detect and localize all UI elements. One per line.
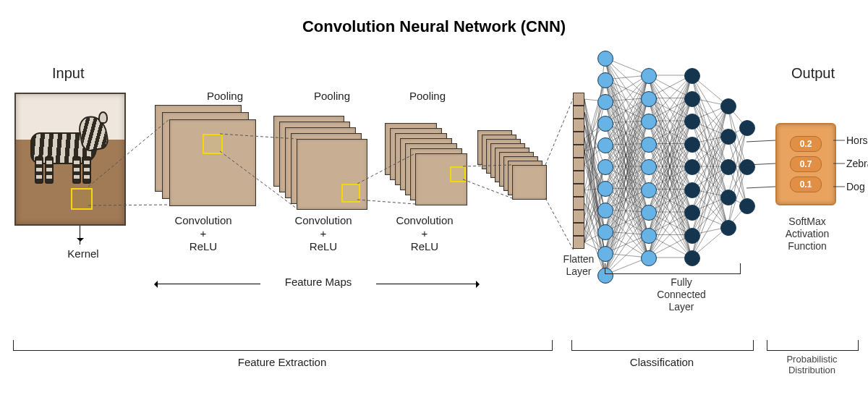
section-prob-dist: Probabilistic Distribution [767,354,857,376]
input-image [14,93,126,226]
softmax-label: SoftMax Activation Function [771,216,843,252]
bracket-feature-extraction [13,340,553,351]
feature-maps-label: Feature Maps [260,276,376,289]
feature-map-stack-1 [155,105,263,213]
fc-label: Fully Connected Layer [645,276,718,313]
neuron [739,120,755,136]
neuron [641,91,657,107]
neuron [720,190,736,205]
fc-bracket [605,263,741,274]
diagram-title: Convolution Neural Network (CNN) [0,17,868,36]
class-label-dog: Dog [846,181,865,192]
fc-network [593,58,752,289]
neuron [720,129,736,145]
neuron [641,205,657,221]
neuron [684,137,700,153]
pooling-label-1: Pooling [200,90,250,103]
kernel-arrow [80,226,80,245]
neuron [597,159,613,175]
class-label-zebra: Zebra [846,158,868,169]
output-box: 0.2 0.7 0.1 [775,123,836,205]
convrelu-label-1: Convolution + ReLU [149,214,258,253]
prob-zebra: 0.7 [790,156,822,172]
neuron [739,198,755,214]
neuron [597,51,613,67]
pooling-label-2: Pooling [307,90,357,103]
feature-map-stack-2 [273,116,382,224]
neuron [641,114,657,129]
zebra-illustration [23,114,110,183]
neuron [720,98,736,114]
neuron [684,182,700,198]
neuron [720,159,736,175]
neuron [597,94,613,110]
neuron [684,205,700,221]
pooling-label-3: Pooling [402,90,453,103]
neuron [597,72,613,88]
neuron [684,228,700,244]
bracket-classification [571,340,754,351]
neuron [597,137,613,153]
section-classification: Classification [571,356,752,369]
neuron [641,159,657,175]
kernel-label: Kernel [51,247,116,260]
input-heading: Input [52,65,84,82]
neuron [597,181,613,197]
neuron [739,159,755,175]
neuron [641,228,657,244]
feature-map-stack-4 [477,130,564,217]
neuron [641,68,657,84]
neuron [684,114,700,129]
prob-horse: 0.2 [790,136,822,152]
flatten-layer [573,93,584,249]
kernel-highlight [71,188,93,210]
neuron [641,182,657,198]
neuron [597,246,613,262]
cnn-diagram: Convolution Neural Network (CNN) Input K… [0,0,868,408]
section-feature-extraction: Feature Extraction [13,356,551,369]
neuron [684,159,700,175]
class-label-horse: Horse [846,135,868,146]
neuron [641,137,657,153]
convrelu-label-3: Convolution + ReLU [370,214,479,253]
neuron [597,224,613,240]
neuron [597,203,613,218]
prob-dog: 0.1 [790,177,822,192]
neuron [597,116,613,132]
neuron [720,220,736,236]
neuron [684,68,700,84]
convrelu-label-2: Convolution + ReLU [269,214,378,253]
output-heading: Output [791,65,835,82]
neuron [684,91,700,107]
bracket-prob-dist [767,340,859,351]
